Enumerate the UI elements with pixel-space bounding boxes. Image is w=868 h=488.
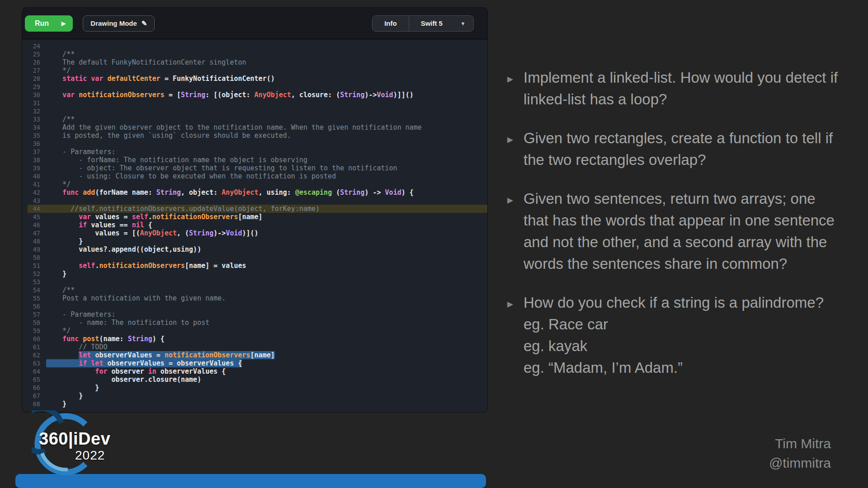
code-line[interactable]: 50 [28, 253, 487, 262]
code-line[interactable]: 57 - Parameters: [28, 310, 487, 319]
code-line[interactable]: 61 // TODO [28, 343, 487, 351]
code-line[interactable]: 31 [28, 99, 487, 107]
code-line[interactable]: 41 */ [28, 180, 487, 188]
line-number: 32 [28, 107, 40, 115]
code-line[interactable]: 30 var notificationObservers = [String: … [28, 91, 487, 99]
line-number: 53 [28, 278, 40, 286]
code-line-text: values?.append((object,using)) [46, 245, 201, 253]
code-line[interactable]: 45 var values = self.notificationObserve… [28, 213, 487, 221]
code-editor-window: Run ▶ Drawing Mode ✎ Info Swift 5 ▾ 2425… [22, 8, 487, 412]
code-line[interactable]: 56 [28, 302, 487, 310]
code-line[interactable]: 55 Post a notification with the given na… [28, 294, 487, 302]
text-selection: if let observerValues = observerValues { [46, 359, 242, 367]
line-number: 64 [28, 367, 40, 375]
code-line[interactable]: 46 if values == nil { [28, 221, 487, 229]
code-line-text: */ [46, 66, 71, 75]
code-line[interactable]: 29 [28, 83, 487, 91]
code-line[interactable]: 63 if let observerValues = observerValue… [28, 359, 487, 367]
code-line[interactable]: 35 is posted, the given `using` closure … [28, 131, 487, 140]
code-line[interactable]: 48 } [28, 237, 487, 245]
code-line[interactable]: 26 The default FunkyNotificationCenter s… [28, 58, 487, 66]
bullet-icon: ▸ [507, 67, 524, 110]
code-line[interactable]: 43 [28, 197, 487, 205]
line-number: 51 [28, 262, 40, 270]
line-number: 56 [28, 302, 40, 310]
swift-version-label: Swift 5 [421, 19, 443, 27]
code-line-text: - Parameters: [46, 148, 116, 156]
code-line-text: is posted, the given `using` closure sho… [46, 131, 291, 140]
code-line-text: } [46, 270, 66, 278]
code-line[interactable]: 54 /** [28, 286, 487, 294]
line-number: 29 [28, 83, 40, 91]
code-line[interactable]: 34 Add the given observer object to the … [28, 123, 487, 131]
code-line[interactable]: 47 values = [(AnyObject, (String)->Void)… [28, 229, 487, 237]
code-line[interactable]: 42 func add(forName name: String, object… [28, 188, 487, 197]
code-line[interactable]: 39 - object: The observer object that is… [28, 164, 487, 172]
code-area[interactable]: 2425 /**26 The default FunkyNotification… [22, 39, 487, 408]
code-line[interactable]: 44 //self.notificationObservers.updateVa… [28, 205, 487, 213]
code-line-text: } [46, 392, 83, 400]
line-number: 42 [28, 188, 40, 197]
line-number: 41 [28, 180, 40, 188]
code-line-text: - Parameters: [46, 310, 116, 319]
line-number: 25 [28, 50, 40, 58]
code-line[interactable]: 51 self.notificationObservers[name] = va… [28, 262, 487, 270]
line-number: 66 [28, 384, 40, 392]
code-line-text: // TODO [46, 343, 107, 351]
line-number: 28 [28, 75, 40, 83]
code-line[interactable]: 25 /** [28, 50, 487, 58]
code-line[interactable]: 60 func post(name: String) { [28, 335, 487, 343]
code-line[interactable]: 32 [28, 107, 487, 115]
code-line[interactable]: 49 values?.append((object,using)) [28, 245, 487, 253]
code-line[interactable]: 64 for observer in observerValues { [28, 367, 487, 375]
run-button[interactable]: Run ▶ [25, 15, 73, 32]
line-number: 40 [28, 172, 40, 180]
code-line[interactable]: 28 static var defaultCenter = FunkyNotif… [28, 75, 487, 83]
code-line[interactable]: 37 - Parameters: [28, 148, 487, 156]
line-number: 31 [28, 99, 40, 107]
bullet-text: Implement a linked-list. How would you d… [524, 67, 840, 110]
line-number: 34 [28, 123, 40, 131]
line-number: 35 [28, 131, 40, 140]
code-line-text: if values == nil { [46, 221, 152, 229]
code-line[interactable]: 52 } [28, 270, 487, 278]
run-button-label: Run [35, 19, 49, 28]
bullet-text: Given two sentences, return two arrays; … [524, 188, 840, 275]
code-line[interactable]: 68 } [28, 400, 487, 408]
code-line[interactable]: 36 [28, 140, 487, 148]
line-number: 62 [28, 351, 40, 359]
code-line-text: */ [46, 327, 71, 335]
line-number: 27 [28, 66, 40, 75]
conference-logo: 360|iDev 2022 [32, 410, 99, 488]
code-line[interactable]: 24 [28, 42, 487, 50]
line-number: 48 [28, 237, 40, 245]
text-selection: let observerValues = notificationObserve… [79, 351, 275, 359]
bullet-text: Given two rectangles, create a function … [524, 127, 840, 171]
code-line[interactable]: 59 */ [28, 327, 487, 335]
swift-version-selector[interactable]: Swift 5 ▾ [409, 16, 473, 31]
code-line[interactable]: 65 observer.closure(name) [28, 375, 487, 384]
code-line[interactable]: 62 let observerValues = notificationObse… [28, 351, 487, 359]
drawing-mode-button[interactable]: Drawing Mode ✎ [83, 15, 155, 32]
toolbar-right-group: Info Swift 5 ▾ [372, 15, 474, 32]
code-line[interactable]: 38 - forName: The notification name the … [28, 156, 487, 164]
code-line-text: - name: The notification to post [46, 319, 209, 327]
code-line[interactable]: 58 - name: The notification to post [28, 319, 487, 327]
author-credit: Tim Mitra @timmitra [769, 434, 831, 473]
line-number: 46 [28, 221, 40, 229]
toolbar-segmented-control: Info Swift 5 ▾ [372, 15, 474, 32]
code-line[interactable]: 53 [28, 278, 487, 286]
code-line[interactable]: 66 } [28, 384, 487, 392]
line-number: 24 [28, 42, 40, 50]
code-line[interactable]: 40 - using: Closure to be executed when … [28, 172, 487, 180]
code-line-text: func post(name: String) { [46, 335, 165, 343]
code-line[interactable]: 27 */ [28, 66, 487, 75]
line-number: 60 [28, 335, 40, 343]
code-line[interactable]: 33 /** [28, 115, 487, 123]
editor-toolbar: Run ▶ Drawing Mode ✎ Info Swift 5 ▾ [22, 8, 487, 39]
bullet-icon: ▸ [507, 292, 524, 379]
line-number: 37 [28, 148, 40, 156]
info-button[interactable]: Info [373, 16, 409, 31]
code-line[interactable]: 67 } [28, 392, 487, 400]
line-number: 38 [28, 156, 40, 164]
